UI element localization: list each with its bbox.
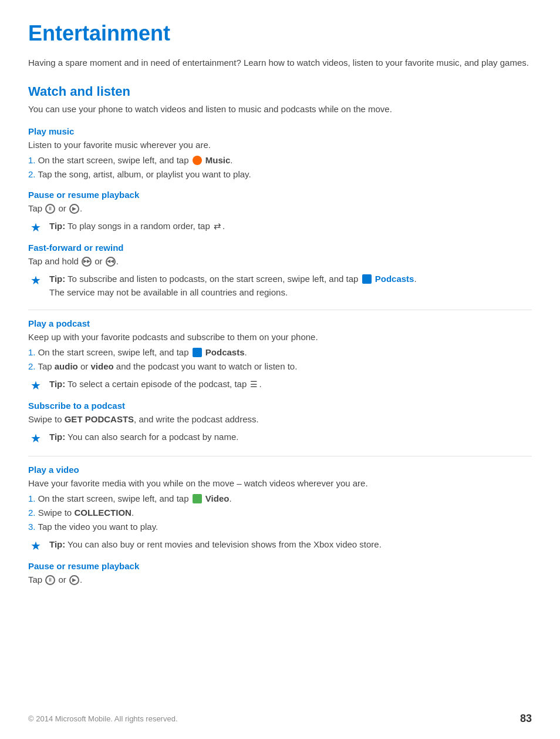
subsection-title-ff: Fast-forward or rewind xyxy=(28,243,532,253)
tip-row-shuffle: ★ Tip: To play songs in a random order, … xyxy=(28,220,532,234)
tip-text-episode: Tip: To select a certain episode of the … xyxy=(49,378,262,391)
tip-text-podcast: Tip: To subscribe and listen to podcasts… xyxy=(49,273,417,299)
ff-body: Tap and hold ▶▶ or ◀◀. xyxy=(28,254,532,268)
page-title: Entertainment xyxy=(28,21,532,46)
tip-text-xbox: Tip: You can also buy or rent movies and… xyxy=(49,538,382,552)
section-intro: You can use your phone to watch videos a… xyxy=(28,103,532,116)
pause-icon-2: ⏸ xyxy=(45,575,55,585)
podcast-step-1: 1. On the start screen, swipe left, and … xyxy=(28,345,532,360)
subsection-title-play-video: Play a video xyxy=(28,465,532,475)
tip-row-podcast: ★ Tip: To subscribe and listen to podcas… xyxy=(28,273,532,299)
list-icon: ☰ xyxy=(250,378,258,391)
subsection-body-play-video: Have your favorite media with you while … xyxy=(28,476,532,491)
subsection-play-video: Play a video Have your favorite media wi… xyxy=(28,465,532,587)
star-icon: ★ xyxy=(28,220,43,234)
rew-icon: ◀◀ xyxy=(106,257,116,267)
shuffle-icon: ⇄ xyxy=(214,220,221,233)
footer-page-number: 83 xyxy=(520,713,532,725)
pause-music-body: Tap ⏸ or ▶. xyxy=(28,201,532,216)
subsection-title-subscribe: Subscribe to a podcast xyxy=(28,401,532,411)
video-step-3: 3. Tap the video you want to play. xyxy=(28,520,532,534)
section-heading: Watch and listen xyxy=(28,84,532,99)
subsection-body-subscribe: Swipe to GET PODCASTS, and write the pod… xyxy=(28,412,532,426)
video-step-1: 1. On the start screen, swipe left, and … xyxy=(28,492,532,506)
subsection-subscribe-podcast: Subscribe to a podcast Swipe to GET PODC… xyxy=(28,401,532,445)
tip-row-search-podcast: ★ Tip: You can also search for a podcast… xyxy=(28,431,532,445)
tip-row-episode: ★ Tip: To select a certain episode of th… xyxy=(28,378,532,392)
divider-1 xyxy=(28,310,532,310)
tip-text-search-podcast: Tip: You can also search for a podcast b… xyxy=(49,431,238,444)
step-1: 1. On the start screen, swipe left, and … xyxy=(28,153,532,167)
subsection-title-pause-music: Pause or resume playback xyxy=(28,190,532,200)
subsection-play-podcast: Play a podcast Keep up with your favorit… xyxy=(28,318,532,392)
podcast-step-2: 2. Tap audio or video and the podcast yo… xyxy=(28,360,532,374)
pause-icon: ⏸ xyxy=(45,204,55,214)
subsection-title-play-music: Play music xyxy=(28,126,532,136)
play-icon-2: ▶ xyxy=(69,575,79,585)
subsection-play-music: Play music Listen to your favorite music… xyxy=(28,126,532,299)
podcasts-icon-2 xyxy=(193,348,202,357)
star-icon-4: ★ xyxy=(28,431,43,445)
step-2: 2. Tap the song, artist, album, or playl… xyxy=(28,167,532,182)
video-app-icon xyxy=(193,494,202,503)
footer: © 2014 Microsoft Mobile. All rights rese… xyxy=(28,713,532,725)
subsection-title-play-podcast: Play a podcast xyxy=(28,318,532,328)
tip-row-xbox: ★ Tip: You can also buy or rent movies a… xyxy=(28,538,532,553)
page-intro: Having a spare moment and in need of ent… xyxy=(28,56,532,70)
subsection-body-play-podcast: Keep up with your favorite podcasts and … xyxy=(28,330,532,344)
play-icon: ▶ xyxy=(69,204,79,214)
star-icon-3: ★ xyxy=(28,378,43,392)
star-icon-5: ★ xyxy=(28,539,43,553)
tip-text-shuffle: Tip: To play songs in a random order, ta… xyxy=(49,220,225,233)
pause-video-body: Tap ⏸ or ▶. xyxy=(28,573,532,587)
subsection-title-pause-video: Pause or resume playback xyxy=(28,561,532,571)
podcasts-icon xyxy=(362,274,372,284)
video-step-2: 2. Swipe to COLLECTION. xyxy=(28,506,532,520)
subsection-body-play-music: Listen to your favorite music wherever y… xyxy=(28,138,532,152)
music-app-icon xyxy=(193,156,202,165)
star-icon-2: ★ xyxy=(28,273,43,287)
ff-icon: ▶▶ xyxy=(82,257,92,267)
footer-copyright: © 2014 Microsoft Mobile. All rights rese… xyxy=(28,714,178,723)
divider-2 xyxy=(28,456,532,456)
